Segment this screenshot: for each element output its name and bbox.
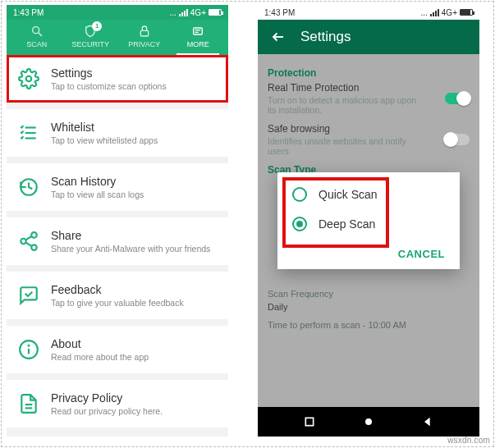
phone-right: 1:43 PM ... 4G+ Settings Protection Real…: [258, 5, 479, 437]
signal-icon: [179, 9, 188, 16]
share-icon: [18, 231, 39, 252]
svg-line-13: [25, 236, 31, 240]
feedback-icon: [18, 285, 39, 306]
svg-line-14: [25, 243, 31, 246]
battery-icon: [209, 9, 222, 16]
item-subtitle: Tap to customize scan options: [51, 81, 167, 91]
document-icon: [18, 393, 39, 414]
svg-point-17: [28, 345, 29, 346]
item-title: Feedback: [51, 283, 184, 296]
network-label: 4G+: [190, 8, 206, 17]
scan-time-label: Time to perform a scan - 10:00 AM: [268, 320, 470, 330]
toggle-realtime[interactable]: [445, 93, 470, 104]
tab-privacy[interactable]: PRIVACY: [117, 25, 172, 55]
item-subtitle: Share your Anti-Malware with your friend…: [51, 244, 210, 254]
battery-icon: [460, 9, 473, 16]
radio-deep-scan[interactable]: Deep Scan: [292, 217, 445, 231]
row-realtime-protection[interactable]: Real Time Protection Turn on to detect a…: [268, 82, 470, 115]
scan-frequency-label: Scan Frequency: [268, 289, 470, 299]
svg-rect-21: [305, 418, 313, 425]
item-subtitle: Read our privacy policy here.: [51, 406, 163, 416]
tab-scan[interactable]: SCAN: [10, 25, 64, 55]
svg-point-0: [32, 27, 39, 34]
item-whitelist[interactable]: Whitelist Tap to view whitelisted apps: [7, 109, 228, 157]
item-share[interactable]: Share Share your Anti-Malware with your …: [7, 217, 228, 265]
lock-icon: [138, 25, 151, 38]
watermark: wsxdn.com: [447, 436, 490, 445]
badge: 1: [92, 21, 102, 31]
tab-more[interactable]: MORE: [172, 25, 226, 55]
item-subtitle: Read more about the app: [51, 352, 149, 362]
radio-icon: [292, 187, 307, 202]
status-time: 1:43 PM: [13, 8, 44, 17]
status-time: 1:43 PM: [264, 8, 295, 17]
svg-point-6: [26, 76, 32, 82]
item-title: Share: [51, 229, 210, 242]
item-privacy-policy[interactable]: Privacy Policy Read our privacy policy h…: [7, 380, 228, 427]
scan-frequency-value: Daily: [268, 302, 470, 312]
status-bar: 1:43 PM ... 4G+: [258, 5, 479, 20]
item-scan-history[interactable]: Scan History Tap to view all scan logs: [7, 163, 228, 211]
item-settings[interactable]: Settings Tap to customize scan options: [7, 55, 228, 103]
svg-rect-2: [140, 30, 148, 36]
android-nav-bar: [258, 407, 479, 437]
more-icon: [191, 25, 204, 38]
signal-icon: [430, 9, 439, 16]
top-tabs: SCAN 1 SECURITY PRIVACY MORE: [7, 20, 228, 55]
toggle-safebrowsing[interactable]: [445, 134, 470, 145]
history-icon: [18, 176, 39, 198]
back-icon[interactable]: [271, 30, 286, 44]
info-icon: [18, 339, 39, 360]
nav-home-icon[interactable]: [361, 414, 376, 429]
app-bar-title: Settings: [300, 29, 351, 45]
svg-point-11: [21, 239, 26, 245]
item-about[interactable]: About Read more about the app: [7, 326, 228, 373]
section-protection: Protection: [268, 67, 470, 79]
item-title: Settings: [51, 66, 167, 80]
nav-back-icon[interactable]: [420, 414, 435, 429]
network-label: 4G+: [442, 8, 457, 17]
item-title: About: [51, 337, 149, 350]
item-subtitle: Tap to give your valuable feedback: [51, 298, 184, 308]
item-title: Privacy Policy: [51, 391, 163, 405]
svg-point-12: [31, 245, 37, 250]
nav-recents-icon[interactable]: [302, 414, 317, 429]
radio-quick-scan[interactable]: Quick Scan: [292, 187, 445, 202]
search-icon: [30, 25, 44, 38]
item-subtitle: Tap to view all scan logs: [51, 190, 144, 199]
radio-icon: [292, 217, 307, 231]
scan-type-dialog: Quick Scan Deep Scan CANCEL: [277, 172, 460, 269]
item-title: Whitelist: [51, 121, 158, 134]
phone-left: 1:43 PM ... 4G+ SCAN 1 SECURITY: [7, 5, 228, 437]
svg-point-10: [31, 232, 37, 238]
svg-rect-3: [194, 28, 203, 34]
list-check-icon: [18, 122, 39, 144]
item-title: Scan History: [51, 175, 144, 188]
tab-security[interactable]: 1 SECURITY: [64, 25, 118, 55]
svg-line-1: [39, 33, 42, 36]
svg-point-22: [365, 418, 372, 425]
status-bar: 1:43 PM ... 4G+: [7, 5, 228, 20]
item-subtitle: Tap to view whitelisted apps: [51, 135, 158, 145]
row-safe-browsing[interactable]: Safe browsing Identifies unsafe websites…: [268, 123, 470, 156]
item-feedback[interactable]: Feedback Tap to give your valuable feedb…: [7, 272, 228, 319]
app-bar: Settings: [258, 20, 479, 54]
gear-icon: [18, 68, 39, 89]
more-list: Settings Tap to customize scan options W…: [7, 55, 228, 427]
cancel-button[interactable]: CANCEL: [398, 248, 445, 260]
shield-icon: 1: [84, 25, 97, 38]
